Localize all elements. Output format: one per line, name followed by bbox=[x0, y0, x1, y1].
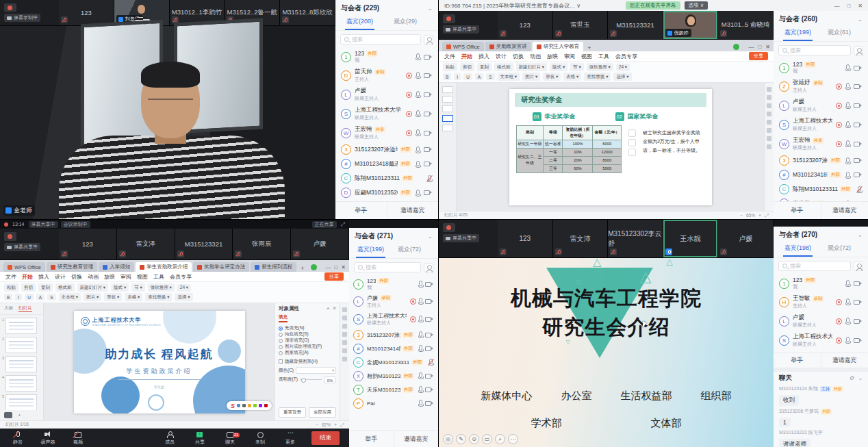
camera-icon[interactable] bbox=[425, 299, 431, 304]
ribbon-button[interactable]: U bbox=[25, 294, 34, 301]
video-thumbnail[interactable]: 卢媛 bbox=[291, 229, 349, 259]
record-icon[interactable] bbox=[836, 337, 842, 344]
record-icon[interactable] bbox=[443, 14, 455, 23]
camera-icon[interactable] bbox=[854, 123, 860, 127]
window-control-button[interactable]: ✕ bbox=[337, 264, 346, 270]
participant-row[interactable]: L 卢媛录制 主持人 bbox=[349, 292, 438, 310]
camera-icon[interactable] bbox=[854, 319, 860, 324]
mic-icon[interactable] bbox=[419, 298, 422, 303]
add-person-icon[interactable] bbox=[424, 263, 433, 272]
slide-canvas[interactable]: 研究生奖学金 01学业奖学金02国家奖学金 类别等级资助比例（所在年级）金额（元… bbox=[457, 83, 764, 211]
ribbon-button[interactable]: 格式刷 bbox=[494, 63, 513, 71]
panel-tab[interactable]: 嘉宾(198) bbox=[783, 242, 813, 257]
toolbar-button[interactable]: 静音 bbox=[3, 431, 33, 446]
mic-icon[interactable] bbox=[846, 298, 850, 304]
document-tab[interactable]: WPS Office bbox=[3, 262, 45, 272]
participant-row[interactable]: 1 123外部 我 bbox=[335, 48, 438, 66]
participant-row[interactable]: 1 123外部 我 bbox=[774, 59, 868, 77]
menu-item[interactable]: 开始 bbox=[22, 273, 33, 281]
participant-row[interactable]: Z 张婧妤录制 主持人 bbox=[774, 77, 868, 96]
camera-icon[interactable] bbox=[424, 55, 430, 60]
ribbon-button[interactable]: B bbox=[443, 73, 451, 80]
video-thumbnail[interactable]: 雷文泽 bbox=[117, 229, 175, 259]
window-control-button[interactable]: — bbox=[744, 44, 754, 50]
mic-icon[interactable] bbox=[846, 157, 850, 163]
participant-row[interactable]: C 金妮M310123311外部 bbox=[349, 355, 438, 369]
record-icon[interactable] bbox=[443, 223, 455, 232]
participant-row[interactable]: P Pai bbox=[349, 396, 438, 410]
mic-icon[interactable] bbox=[416, 146, 420, 152]
document-tab[interactable]: 学生资助政策介绍 bbox=[136, 262, 192, 272]
fill-option-radio[interactable]: 无填充(N) bbox=[279, 325, 336, 331]
mic-icon[interactable] bbox=[419, 345, 422, 350]
mic-icon[interactable] bbox=[846, 337, 850, 342]
end-meeting-button[interactable]: 结束 bbox=[311, 431, 340, 445]
chat-settings-icon[interactable]: ⚙ bbox=[849, 375, 854, 381]
participant-row[interactable]: D 应翩M310123520外部 bbox=[335, 186, 438, 200]
menu-item[interactable]: 动画 bbox=[88, 273, 99, 281]
ribbon-button[interactable]: 图片 ▾ bbox=[522, 73, 540, 81]
ribbon-button[interactable]: 表格 ▾ bbox=[125, 293, 142, 301]
slideshow-tool-icon[interactable]: ▭ bbox=[482, 434, 492, 444]
mic-icon[interactable] bbox=[846, 64, 850, 70]
participant-row[interactable]: D 苗天帅录制 主持人 bbox=[335, 66, 438, 85]
video-thumbnail[interactable]: 雷文沛 bbox=[553, 220, 609, 257]
new-tab-button[interactable]: + bbox=[585, 44, 593, 51]
participant-row[interactable]: T 天乐M310123508外部 bbox=[349, 383, 438, 396]
menu-item[interactable]: 视图 bbox=[137, 273, 148, 281]
participant-row[interactable]: H 王智敏录制 主持人 bbox=[774, 292, 868, 311]
ribbon-button[interactable]: I bbox=[454, 73, 461, 80]
video-thumbnail[interactable]: M3101..5 俞晓琦 bbox=[718, 11, 774, 39]
slide-canvas[interactable]: 上海工程技术大学SHANGHAI UNIVERSITY OF ENGINEERI… bbox=[44, 303, 275, 420]
video-thumbnail[interactable]: 雷世玉 bbox=[553, 11, 609, 39]
apply-all-button[interactable]: 全部应用 bbox=[309, 407, 336, 418]
document-tab[interactable]: 入学须知 bbox=[99, 262, 134, 272]
panel-tab[interactable]: 观众(61) bbox=[826, 26, 852, 41]
menu-item[interactable]: 审阅 bbox=[120, 273, 131, 281]
mic-icon[interactable] bbox=[416, 91, 420, 97]
ribbon-button[interactable]: 选择 ▾ bbox=[613, 73, 631, 81]
camera-icon[interactable] bbox=[854, 158, 860, 163]
slideshow-tool-icon[interactable]: ⊙ bbox=[469, 434, 479, 444]
camera-icon[interactable] bbox=[425, 401, 431, 406]
participant-row[interactable]: D 雷世胤外部 bbox=[774, 196, 868, 201]
participant-row[interactable]: C 陈翔M310123311外部 bbox=[335, 171, 438, 186]
mic-icon[interactable] bbox=[419, 331, 422, 337]
invite-guest-button[interactable]: 邀请嘉宾 bbox=[394, 431, 439, 447]
chat-message[interactable]: 315123208 竺梦筠外部 1 bbox=[774, 407, 868, 429]
expand-icon[interactable]: ⤢ bbox=[341, 221, 345, 228]
menu-item[interactable]: 会员专享 bbox=[170, 273, 192, 281]
account-avatar[interactable] bbox=[733, 44, 739, 50]
collapse-icon[interactable]: ⌄ bbox=[427, 5, 433, 12]
participant-row[interactable]: S 上海工程技术大学 联席主持人 bbox=[774, 115, 868, 134]
mic-icon[interactable] bbox=[416, 190, 420, 195]
participant-row[interactable]: X 相韵M310123228外部 bbox=[349, 369, 438, 383]
menu-item[interactable]: 放映 bbox=[104, 273, 115, 281]
participant-row[interactable]: # M310123414陈孟瑶外部 bbox=[349, 342, 438, 355]
add-person-icon[interactable] bbox=[424, 35, 433, 44]
menu-item[interactable]: 切换 bbox=[513, 53, 524, 60]
window-control-button[interactable]: □ bbox=[754, 44, 761, 50]
video-thumbnail[interactable]: 123 bbox=[498, 220, 553, 257]
slide-thumbnail[interactable]: 4 bbox=[2, 375, 41, 392]
add-person-icon[interactable] bbox=[854, 46, 863, 55]
camera-icon[interactable] bbox=[425, 333, 431, 337]
video-thumbnail[interactable]: M315123321 bbox=[175, 229, 233, 259]
ribbon-button[interactable]: 形状 ▾ bbox=[104, 293, 122, 301]
record-icon[interactable] bbox=[836, 103, 842, 109]
zoom-out-button[interactable]: − bbox=[740, 213, 743, 218]
participant-row[interactable]: S 上海工程技术大学 联席主持人 bbox=[774, 331, 868, 350]
participant-row[interactable]: L 卢媛 联席主持人 bbox=[774, 96, 868, 115]
participant-row[interactable]: W 王宏翰共享 联席主持人 bbox=[774, 134, 868, 153]
menu-item[interactable]: 文件 bbox=[444, 53, 455, 60]
search-input[interactable] bbox=[790, 47, 847, 53]
window-control-button[interactable]: ✕ bbox=[761, 44, 770, 50]
participant-row[interactable]: # M310123418戴志远外部 bbox=[335, 157, 438, 171]
alpha-slider[interactable] bbox=[300, 379, 322, 380]
share-button[interactable]: 分享 bbox=[324, 272, 344, 281]
video-thumbnail[interactable]: M315123302李云舒 bbox=[608, 220, 663, 257]
document-tab[interactable]: 奖助政策宣讲 bbox=[485, 42, 531, 51]
ribbon-button[interactable]: 格式刷 bbox=[55, 283, 75, 292]
menu-item[interactable]: 插入 bbox=[478, 53, 489, 60]
search-input[interactable] bbox=[352, 36, 417, 42]
